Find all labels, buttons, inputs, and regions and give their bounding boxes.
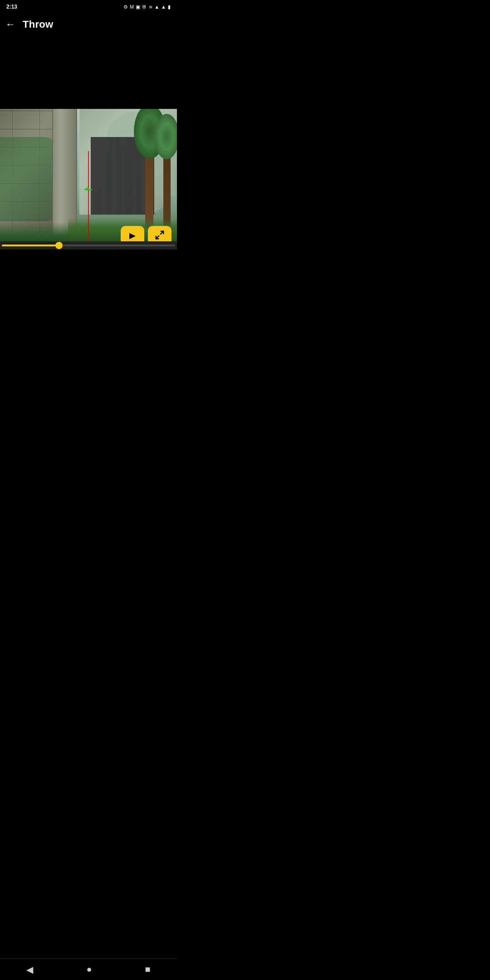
page-title: Throw (23, 19, 54, 30)
status-time: 2:13 (6, 4, 17, 10)
progress-thumb[interactable] (55, 242, 63, 249)
settings-icon: ⚙ (123, 4, 128, 10)
shield-icon: ⛨ (142, 4, 147, 10)
top-app-bar: ← Throw (0, 13, 177, 36)
progress-fill (2, 245, 59, 246)
space-above-video (0, 36, 177, 109)
progress-track (2, 245, 175, 246)
space-below-video (0, 250, 177, 399)
vibrate-icon: ≋ (149, 5, 152, 10)
back-button[interactable]: ← (5, 20, 15, 29)
gmail-icon: M (130, 4, 134, 10)
play-icon: ▶ (129, 231, 136, 240)
wifi-icon: ▲ (154, 4, 159, 10)
signal-icon: ▲ (161, 4, 166, 10)
scene-moss (0, 137, 54, 221)
fullscreen-icon (155, 230, 165, 241)
crosshair-overlay (88, 151, 89, 242)
battery-icon: ▮ (168, 4, 171, 10)
video-player[interactable]: ▶ (0, 109, 177, 250)
wallet-icon: ▣ (136, 4, 140, 10)
video-progress-bar[interactable] (0, 241, 177, 250)
status-icons: ⚙ M ▣ ⛨ ≋ ▲ ▲ ▮ (123, 4, 171, 10)
status-bar: 2:13 ⚙ M ▣ ⛨ ≋ ▲ ▲ ▮ (0, 0, 177, 13)
